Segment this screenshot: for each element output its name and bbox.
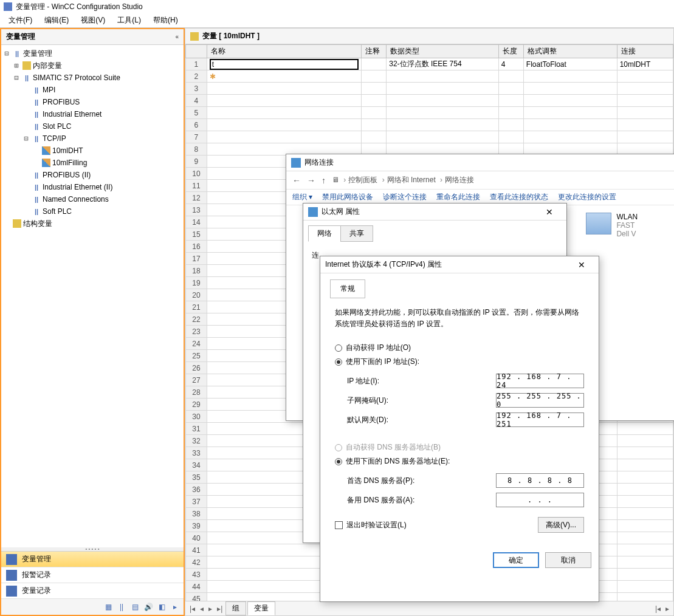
row-header[interactable]: 20 [186,289,207,301]
tool-icon[interactable]: 🔊 [143,602,153,612]
cmd-disable[interactable]: 禁用此网络设备 [322,192,373,202]
row-header[interactable]: 24 [186,338,207,350]
first-icon[interactable]: |◂ [188,604,197,613]
menu-help[interactable]: 帮助(H) [147,14,184,27]
tree-node[interactable]: 10mlFilling [2,157,182,169]
col-header[interactable]: 数据类型 [387,45,499,58]
expand-icon[interactable]: ⊟ [22,132,30,145]
row-header[interactable]: 9 [186,156,207,168]
nav-button[interactable]: 变量记录 [1,583,184,599]
menu-view[interactable]: 视图(V) [75,14,111,27]
tree-node[interactable]: PROFIBUS (II) [2,169,182,181]
cancel-button[interactable]: 取消 [545,552,591,568]
radio-manual-ip[interactable]: 使用下面的 IP 地址(S): [335,355,584,369]
ip-address-field[interactable]: 192 . 168 . 7 . 24 [496,374,584,388]
tab-vars[interactable]: 变量 [247,601,275,615]
expand-icon[interactable]: ⊟ [2,47,11,60]
row-header[interactable]: 8 [186,143,207,156]
row-header[interactable]: 1 [186,58,207,70]
row-header[interactable]: 3 [186,83,207,95]
tree-node[interactable]: 结构变量 [2,217,182,230]
row-header[interactable]: 4 [186,95,207,107]
adapter-item[interactable]: WLAN FAST Dell V [586,213,638,238]
gateway-field[interactable]: 192 . 168 . 7 . 251 [496,412,584,427]
close-icon[interactable]: ✕ [569,260,594,270]
row-header[interactable]: 44 [186,581,207,593]
nav-button[interactable]: 报警记录 [1,567,184,583]
row-header[interactable]: 5 [186,107,207,119]
row-header[interactable]: 27 [186,374,207,386]
tree-node[interactable]: ⊟TCP/IP [2,132,182,145]
validate-checkbox[interactable] [335,521,343,529]
menu-tools[interactable]: 工具(L) [111,14,147,27]
dns1-field[interactable]: 8 . 8 . 8 . 8 [496,473,584,488]
up-icon[interactable]: ↑ [322,176,326,185]
row-header[interactable]: 33 [186,447,207,459]
close-icon[interactable]: ✕ [537,207,562,217]
tree-node[interactable]: 10mlDHT [2,145,182,157]
last-icon[interactable]: ▸| [215,604,224,613]
tab-general[interactable]: 常规 [330,279,365,298]
row-header[interactable]: 43 [186,569,207,581]
name-input[interactable] [210,59,359,70]
tree-node[interactable]: Slot PLC [2,120,182,132]
row-header[interactable]: 10 [186,168,207,180]
expand-icon[interactable]: ⊟ [12,72,21,84]
row-header[interactable]: 29 [186,399,207,411]
scroll-right-icon[interactable]: ▸ [664,604,671,613]
tab-network[interactable]: 网络 [308,225,341,242]
row-header[interactable]: 12 [186,192,207,204]
row-header[interactable]: 45 [186,593,207,601]
row-header[interactable]: 39 [186,520,207,532]
row-header[interactable]: 15 [186,228,207,241]
expand-icon[interactable]: ⊞ [12,60,21,72]
row-header[interactable]: 16 [186,241,207,253]
row-header[interactable]: 25 [186,350,207,362]
row-header[interactable]: 19 [186,277,207,289]
subnet-mask-field[interactable]: 255 . 255 . 255 . 0 [496,393,584,408]
tab-share[interactable]: 共享 [340,225,373,242]
row-header[interactable]: 14 [186,216,207,228]
radio-auto-ip[interactable]: 自动获得 IP 地址(O) [335,341,584,355]
dns2-field[interactable]: . . . [496,493,584,507]
tool-icon[interactable]: || [117,602,126,612]
row-header[interactable]: 6 [186,119,207,131]
scroll-left-icon[interactable]: |◂ [653,604,662,613]
collapse-icon[interactable]: « [175,33,179,40]
row-header[interactable]: 31 [186,423,207,435]
row-header[interactable]: 32 [186,435,207,447]
tab-group[interactable]: 组 [225,601,246,615]
tree-node[interactable]: PROFIBUS [2,96,182,108]
row-header[interactable]: 34 [186,459,207,471]
ok-button[interactable]: 确定 [493,552,539,568]
tree-node[interactable]: ⊞内部变量 [2,60,182,72]
row-header[interactable]: 13 [186,204,207,216]
tree-node[interactable]: ⊟变量管理 [2,47,182,60]
row-header[interactable]: 21 [186,301,207,313]
row-header[interactable]: 7 [186,131,207,143]
menu-edit[interactable]: 编辑(E) [38,14,75,27]
cmd-organize[interactable]: 组织 ▾ [292,192,312,202]
tool-icon[interactable]: ▤ [130,602,140,612]
advanced-button[interactable]: 高级(V)... [538,517,584,533]
nav-button[interactable]: 变量管理 [1,552,184,567]
new-row-icon[interactable]: ✱ [210,72,216,81]
radio-manual-dns[interactable]: 使用下面的 DNS 服务器地址(E): [335,454,584,468]
col-header[interactable]: 格式调整 [523,45,617,58]
col-header[interactable]: 名称 [207,45,361,58]
row-header[interactable]: 22 [186,313,207,326]
breadcrumb[interactable]: 🖥 ›控制面板 ›网络和 Internet ›网络连接 [332,175,474,185]
tree-node[interactable]: Industrial Ethernet [2,108,182,120]
prev-icon[interactable]: ◂ [198,604,205,613]
tool-icon[interactable]: ▦ [103,602,113,612]
cmd-diag[interactable]: 诊断这个连接 [383,192,427,202]
row-header[interactable]: 23 [186,326,207,338]
row-header[interactable]: 28 [186,386,207,399]
row-header[interactable]: 17 [186,253,207,265]
tree-node[interactable]: Soft PLC [2,205,182,217]
row-header[interactable]: 42 [186,556,207,569]
fwd-icon[interactable]: → [307,176,315,185]
back-icon[interactable]: ← [292,176,301,185]
row-header[interactable]: 37 [186,496,207,508]
tool-icon[interactable]: ◧ [157,602,167,612]
